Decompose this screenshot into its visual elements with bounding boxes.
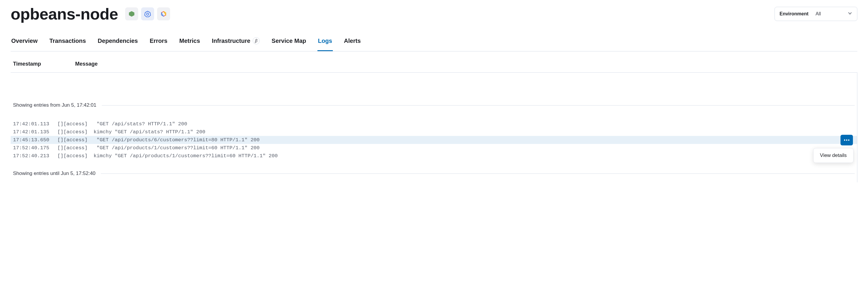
entries-from-text: Showing entries from Jun 5, 17:42:01 xyxy=(13,102,96,108)
log-message: [][access] kimchy "GET /api/products/1/c… xyxy=(57,153,855,159)
log-timestamp: 17:52:40.213 xyxy=(13,153,57,159)
tab-label: Alerts xyxy=(344,37,361,44)
log-row[interactable]: 17:42:01.135[][access] kimchy "GET /api/… xyxy=(11,128,857,136)
log-message: [][access] kimchy "GET /api/stats? HTTP/… xyxy=(57,129,855,135)
chevron-down-icon xyxy=(847,11,852,17)
page-title: opbeans-node xyxy=(11,5,118,23)
log-timestamp: 17:42:01.113 xyxy=(13,121,57,127)
tab-label: Metrics xyxy=(179,37,200,44)
tabs: OverviewTransactionsDependenciesErrorsMe… xyxy=(11,33,857,52)
tab-label: Service Map xyxy=(272,37,306,44)
environment-label: Environment xyxy=(779,11,809,16)
log-row[interactable]: 17:42:01.113[][access] "GET /api/stats? … xyxy=(11,120,857,128)
log-timestamp: 17:42:01.135 xyxy=(13,129,57,135)
tab-label: Logs xyxy=(318,37,332,44)
svg-point-2 xyxy=(147,13,149,15)
svg-marker-5 xyxy=(161,13,164,16)
tab-label: Overview xyxy=(11,37,38,44)
tab-logs[interactable]: Logs xyxy=(317,33,333,51)
environment-value: All xyxy=(816,11,840,16)
tab-alerts[interactable]: Alerts xyxy=(343,33,362,51)
log-message: [][access] "GET /api/products/6/customer… xyxy=(57,137,855,143)
gcp-icon[interactable] xyxy=(157,7,170,21)
tab-service-map[interactable]: Service Map xyxy=(271,33,307,51)
divider-line xyxy=(101,173,855,174)
svg-marker-4 xyxy=(164,11,166,15)
svg-marker-1 xyxy=(145,11,151,17)
environment-selector[interactable]: Environment All xyxy=(775,7,857,21)
tab-errors[interactable]: Errors xyxy=(149,33,168,51)
tab-metrics[interactable]: Metrics xyxy=(179,33,200,51)
tab-overview[interactable]: Overview xyxy=(11,33,38,51)
tab-label: Transactions xyxy=(50,37,86,44)
tab-label: Infrastructure xyxy=(212,37,250,44)
tab-label: Dependencies xyxy=(98,37,138,44)
entries-from-divider: Showing entries from Jun 5, 17:42:01 xyxy=(11,73,857,112)
log-area: Showing entries from Jun 5, 17:42:01 17:… xyxy=(11,73,857,182)
column-timestamp: Timestamp xyxy=(13,61,45,67)
node-icon[interactable] xyxy=(125,7,138,21)
kubernetes-icon[interactable] xyxy=(141,7,154,21)
entries-until-text: Showing entries until Jun 5, 17:52:40 xyxy=(13,171,96,176)
tab-label: Errors xyxy=(150,37,167,44)
log-row[interactable]: 17:45:13.650[][access] "GET /api/product… xyxy=(11,136,857,144)
log-message: [][access] "GET /api/products/1/customer… xyxy=(57,145,855,151)
svg-marker-0 xyxy=(129,11,134,16)
log-rows: 17:42:01.113[][access] "GET /api/stats? … xyxy=(11,112,857,160)
tab-transactions[interactable]: Transactions xyxy=(49,33,86,51)
tab-dependencies[interactable]: Dependencies xyxy=(97,33,138,51)
log-message: [][access] "GET /api/stats? HTTP/1.1" 20… xyxy=(57,121,855,127)
log-table-header: Timestamp Message xyxy=(11,52,857,73)
entries-until-divider: Showing entries until Jun 5, 17:52:40 xyxy=(11,160,857,176)
service-icon-group xyxy=(125,7,170,21)
column-message: Message xyxy=(75,61,98,67)
log-timestamp: 17:45:13.650 xyxy=(13,137,57,143)
log-row[interactable]: 17:52:40.175[][access] "GET /api/product… xyxy=(11,144,857,152)
beta-badge: β xyxy=(253,37,260,44)
view-details-tooltip[interactable]: View details xyxy=(813,148,854,163)
log-row[interactable]: 17:52:40.213[][access] kimchy "GET /api/… xyxy=(11,152,857,160)
log-timestamp: 17:52:40.175 xyxy=(13,145,57,151)
tab-infrastructure[interactable]: Infrastructureβ xyxy=(211,33,260,51)
